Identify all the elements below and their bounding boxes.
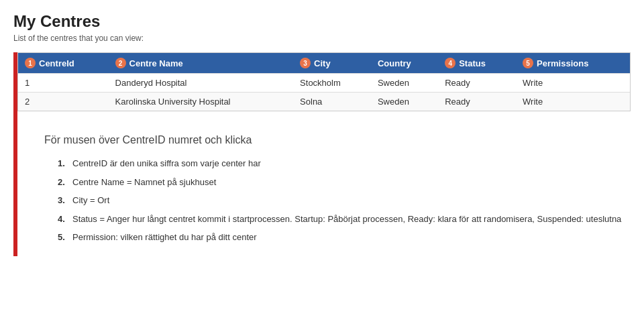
list-num: 2. — [58, 176, 72, 189]
list-item: 5. Permission: vilken rättighet du har p… — [58, 231, 631, 244]
col-num-2: 2 — [115, 58, 126, 68]
list-item: 2. Centre Name = Namnet på sjukhuset — [58, 176, 631, 189]
col-header-centreid: 1 CentreId — [18, 53, 109, 74]
cell-city: Stockholm — [293, 74, 371, 93]
list-text: Permission: vilken rättighet du har på d… — [72, 231, 631, 244]
col-header-city: 3 City — [293, 53, 371, 74]
page-title: My Centres — [13, 12, 631, 31]
col-header-country: Country — [371, 53, 438, 74]
list-text: Status = Anger hur långt centret kommit … — [72, 213, 631, 226]
col-num-3: 3 — [300, 58, 311, 68]
cell-country: Sweden — [371, 74, 438, 93]
content-area: 1 CentreId 2 Centre Name — [17, 52, 631, 256]
cell-name: Karolinska University Hospital — [109, 93, 294, 111]
cell-id: 2 — [18, 93, 109, 111]
col-header-permissions: 5 Permissions — [516, 53, 630, 74]
col-header-name: 2 Centre Name — [109, 53, 294, 74]
centres-table: 1 CentreId 2 Centre Name — [18, 53, 630, 111]
list-item: 4. Status = Anger hur långt centret komm… — [58, 213, 631, 226]
cell-name: Danderyd Hospital — [109, 74, 294, 93]
table-row: 2 Karolinska University Hospital Solna S… — [18, 93, 630, 111]
cell-country: Sweden — [371, 93, 438, 111]
list-num: 3. — [58, 194, 72, 207]
instruction-heading: För musen över CentreID numret och klick… — [44, 134, 631, 146]
list-num: 5. — [58, 231, 72, 244]
col-num-1: 1 — [25, 58, 36, 68]
instruction-block: För musen över CentreID numret och klick… — [17, 127, 631, 256]
cell-city: Solna — [293, 93, 371, 111]
list-num: 1. — [58, 157, 72, 170]
cell-permissions: Write — [516, 74, 630, 93]
list-text: City = Ort — [72, 194, 631, 207]
list-item: 1. CentreID är den unika siffra som varj… — [58, 157, 631, 170]
col-num-5: 5 — [523, 58, 533, 68]
col-num-4: 4 — [445, 58, 455, 68]
list-item: 3. City = Ort — [58, 194, 631, 207]
cell-status: Ready — [438, 93, 516, 111]
cell-status: Ready — [438, 74, 516, 93]
cell-id: 1 — [18, 74, 109, 93]
centres-table-wrapper: 1 CentreId 2 Centre Name — [17, 52, 631, 111]
table-row: 1 Danderyd Hospital Stockholm Sweden Rea… — [18, 74, 630, 93]
list-text: CentreID är den unika siffra som varje c… — [72, 157, 631, 170]
list-num: 4. — [58, 213, 72, 226]
cell-permissions: Write — [516, 93, 630, 111]
page-subtitle: List of the centres that you can view: — [13, 34, 631, 43]
col-header-status: 4 Status — [438, 53, 516, 74]
list-text: Centre Name = Namnet på sjukhuset — [72, 176, 631, 189]
instruction-list: 1. CentreID är den unika siffra som varj… — [58, 157, 631, 244]
